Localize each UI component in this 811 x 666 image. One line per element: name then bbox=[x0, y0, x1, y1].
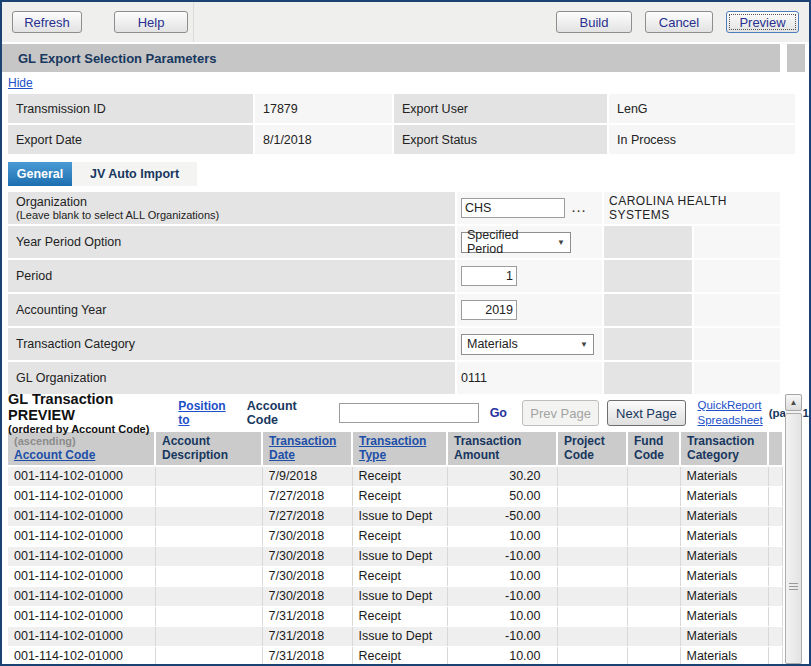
organization-label-text: Organization bbox=[16, 195, 87, 209]
gl-organization-label-text: GL Organization bbox=[16, 371, 107, 385]
position-to-input[interactable] bbox=[339, 403, 479, 423]
quickreport-link[interactable]: QuickReport bbox=[698, 398, 763, 413]
export-date-label: Export Date bbox=[8, 125, 253, 154]
year-period-option-select[interactable]: Specified Period ▼ bbox=[461, 232, 571, 253]
cell-transaction-amount: -50.00 bbox=[447, 506, 557, 526]
cell-filler bbox=[768, 626, 782, 646]
cell-account-description bbox=[155, 546, 262, 566]
cell-filler bbox=[768, 486, 782, 506]
cell-project-code bbox=[557, 626, 627, 646]
spacer-cell bbox=[604, 328, 692, 360]
position-to-link[interactable]: Position to bbox=[178, 399, 239, 427]
cell-project-code bbox=[557, 646, 627, 666]
preview-button[interactable]: Preview bbox=[726, 11, 799, 33]
cell-transaction-date: 7/31/2018 bbox=[262, 626, 352, 646]
tab-general[interactable]: General bbox=[8, 162, 72, 186]
refresh-button[interactable]: Refresh bbox=[12, 11, 82, 33]
year-period-option-cell: Specified Period ▼ bbox=[457, 226, 602, 258]
table-row[interactable]: 001-114-102-01000 7/31/2018 Receipt 10.0… bbox=[8, 646, 782, 666]
transaction-type-sort-link[interactable]: Transaction Type bbox=[359, 434, 426, 462]
organization-label: Organization (Leave blank to select ALL … bbox=[8, 192, 455, 224]
scroll-up-button[interactable]: ▲ bbox=[785, 394, 802, 411]
titlebar-row: GL Export Selection Parameters bbox=[2, 44, 809, 72]
hide-link[interactable]: Hide bbox=[8, 76, 33, 90]
cell-transaction-date: 7/27/2018 bbox=[262, 486, 352, 506]
cell-filler bbox=[768, 526, 782, 546]
cell-transaction-category: Materials bbox=[680, 506, 768, 526]
cell-filler bbox=[768, 566, 782, 586]
transaction-category-label-text: Transaction Category bbox=[16, 337, 135, 351]
cell-account-description bbox=[155, 466, 262, 486]
organization-display-name: CAROLINA HEALTH SYSTEMS bbox=[604, 192, 780, 224]
chevron-down-icon: ▼ bbox=[580, 340, 588, 349]
period-input[interactable] bbox=[461, 266, 517, 286]
cell-account-code: 001-114-102-01000 bbox=[8, 626, 155, 646]
transaction-table: (ascending) Account Code Account Descrip… bbox=[8, 432, 783, 666]
cell-fund-code bbox=[627, 606, 680, 626]
spacer-cell bbox=[604, 362, 692, 394]
cell-transaction-amount: 50.00 bbox=[447, 486, 557, 506]
table-row[interactable]: 001-114-102-01000 7/30/2018 Issue to Dep… bbox=[8, 546, 782, 566]
cell-account-code: 001-114-102-01000 bbox=[8, 646, 155, 666]
build-button[interactable]: Build bbox=[556, 11, 632, 33]
cell-transaction-category: Materials bbox=[680, 626, 768, 646]
preview-title-block: GL Transaction PREVIEW (ordered by Accou… bbox=[8, 391, 178, 436]
account-code-sort-link[interactable]: Account Code bbox=[14, 448, 95, 462]
header-filler bbox=[768, 432, 782, 466]
cell-filler bbox=[768, 606, 782, 626]
cell-transaction-category: Materials bbox=[680, 586, 768, 606]
cell-fund-code bbox=[627, 626, 680, 646]
transaction-date-sort-link[interactable]: Transaction Date bbox=[269, 434, 336, 462]
organization-input[interactable] bbox=[461, 198, 565, 218]
transaction-category-value: Materials bbox=[467, 337, 518, 351]
cell-transaction-amount: -10.00 bbox=[447, 586, 557, 606]
table-row[interactable]: 001-114-102-01000 7/31/2018 Receipt 10.0… bbox=[8, 606, 782, 626]
cell-account-code: 001-114-102-01000 bbox=[8, 466, 155, 486]
cell-fund-code bbox=[627, 506, 680, 526]
header-account-description: Account Description bbox=[155, 432, 262, 466]
cell-account-description bbox=[155, 646, 262, 666]
cell-transaction-category: Materials bbox=[680, 566, 768, 586]
table-row[interactable]: 001-114-102-01000 7/30/2018 Receipt 10.0… bbox=[8, 526, 782, 546]
header-transaction-type: Transaction Type bbox=[352, 432, 447, 466]
cell-transaction-category: Materials bbox=[680, 466, 768, 486]
table-row[interactable]: 001-114-102-01000 7/30/2018 Issue to Dep… bbox=[8, 586, 782, 606]
prev-page-button[interactable]: Prev Page bbox=[522, 400, 599, 426]
cell-fund-code bbox=[627, 486, 680, 506]
table-row[interactable]: 001-114-102-01000 7/30/2018 Receipt 10.0… bbox=[8, 566, 782, 586]
table-row[interactable]: 001-114-102-01000 7/27/2018 Receipt 50.0… bbox=[8, 486, 782, 506]
export-status-label: Export Status bbox=[394, 125, 607, 154]
table-row[interactable]: 001-114-102-01000 7/27/2018 Issue to Dep… bbox=[8, 506, 782, 526]
header-account-code: (ascending) Account Code bbox=[8, 432, 155, 466]
transmission-id-label: Transmission ID bbox=[8, 94, 253, 123]
cell-account-description bbox=[155, 506, 262, 526]
next-page-button[interactable]: Next Page bbox=[607, 400, 685, 426]
spreadsheet-link[interactable]: Spreadsheet bbox=[698, 413, 763, 428]
cell-account-description bbox=[155, 526, 262, 546]
cell-account-code: 001-114-102-01000 bbox=[8, 586, 155, 606]
cell-transaction-amount: 10.00 bbox=[447, 646, 557, 666]
cell-transaction-date: 7/27/2018 bbox=[262, 506, 352, 526]
cell-account-description bbox=[155, 606, 262, 626]
table-row[interactable]: 001-114-102-01000 7/9/2018 Receipt 30.20… bbox=[8, 466, 782, 486]
hide-row: Hide bbox=[2, 72, 809, 94]
period-label-text: Period bbox=[16, 269, 52, 283]
help-button[interactable]: Help bbox=[114, 11, 188, 33]
accounting-year-input[interactable] bbox=[461, 300, 517, 320]
go-link[interactable]: Go bbox=[490, 406, 507, 420]
gl-organization-value: 0111 bbox=[457, 362, 602, 394]
transmission-id-value: 17879 bbox=[255, 94, 392, 123]
scrollbar-thumb[interactable] bbox=[785, 413, 802, 664]
spacer-cell bbox=[694, 294, 780, 326]
spacer-cell bbox=[694, 260, 780, 292]
accounting-year-cell bbox=[457, 294, 602, 326]
cancel-button[interactable]: Cancel bbox=[645, 11, 713, 33]
tab-jv-auto-import[interactable]: JV Auto Import bbox=[72, 162, 197, 186]
organization-lookup-icon[interactable]: ... bbox=[572, 202, 587, 214]
table-row[interactable]: 001-114-102-01000 7/31/2018 Issue to Dep… bbox=[8, 626, 782, 646]
transaction-category-select[interactable]: Materials ▼ bbox=[461, 334, 594, 355]
cell-transaction-type: Issue to Dept bbox=[352, 586, 447, 606]
cell-transaction-type: Receipt bbox=[352, 566, 447, 586]
vertical-scrollbar[interactable]: ▲ bbox=[785, 394, 802, 664]
header-transaction-date: Transaction Date bbox=[262, 432, 352, 466]
